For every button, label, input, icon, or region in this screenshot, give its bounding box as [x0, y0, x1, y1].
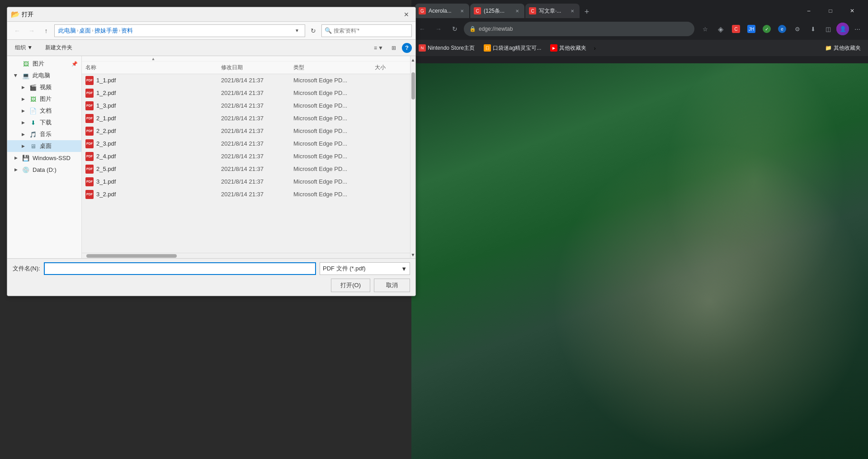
file-row-6[interactable]: PDF2_4.pdf2021/8/14 21:37Microsoft Edge …: [82, 150, 410, 163]
file-type-9: Microsoft Edge PD...: [290, 191, 371, 198]
refresh-nav-btn[interactable]: ↻: [448, 22, 462, 36]
col-date-header[interactable]: 修改日期: [217, 64, 290, 71]
dialog-forward-btn[interactable]: →: [25, 24, 38, 37]
tab2-label: (125条...: [484, 7, 511, 15]
tab1-close-btn[interactable]: ✕: [458, 7, 466, 14]
tab2-close-btn[interactable]: ✕: [514, 7, 521, 14]
pdf-icon-5: PDF: [85, 139, 94, 148]
file-row-1[interactable]: PDF1_2.pdf2021/8/14 21:37Microsoft Edge …: [82, 87, 410, 99]
forward-btn[interactable]: →: [431, 22, 446, 36]
extension4-btn[interactable]: e: [775, 22, 789, 36]
col-size-header[interactable]: 大小: [371, 64, 405, 71]
sidebar-item-this-pc[interactable]: ▶ 💻 此电脑: [7, 70, 81, 81]
file-row-8[interactable]: PDF3_1.pdf2021/8/14 21:37Microsoft Edge …: [82, 175, 410, 188]
breadcrumb-folder2[interactable]: 资料: [121, 27, 133, 35]
settings-btn[interactable]: ⚙: [790, 22, 805, 36]
sidebar-item-downloads[interactable]: ▶ ⬇ 下载: [7, 117, 81, 128]
bookmarks-overflow-btn[interactable]: ›: [594, 45, 595, 52]
close-btn[interactable]: ✕: [842, 4, 863, 18]
address-bar-row: ← → ↻ 🔒 edge://newtab ☆ ◈ C JH ✓: [411, 18, 868, 40]
scrollbar-up-btn[interactable]: ▲: [411, 56, 415, 63]
tab3-close-btn[interactable]: ✕: [569, 7, 576, 14]
browser-tab-3[interactable]: C 写文章·... ✕: [525, 4, 580, 18]
filetype-dropdown[interactable]: PDF 文件 (*.pdf) ▼: [320, 262, 410, 275]
sidebar-expand-pc: ▶: [13, 72, 19, 79]
address-bar[interactable]: 🔒 edge://newtab: [464, 22, 694, 36]
dialog-breadcrumb[interactable]: 此电脑 › 桌面 › 撩妹手册 › 资料 ▼: [54, 24, 305, 37]
vertical-scrollbar[interactable]: ▲ ▼: [410, 56, 415, 258]
dialog-help-btn[interactable]: ?: [402, 43, 412, 53]
sidebar-item-pictures-sub[interactable]: ▶ 🖼 图片: [7, 93, 81, 105]
sidebar-item-documents[interactable]: ▶ 📄 文档: [7, 105, 81, 117]
file-list-scroll[interactable]: PDF1_1.pdf2021/8/14 21:37Microsoft Edge …: [82, 74, 410, 253]
dialog-window-icon: 📂: [11, 10, 20, 19]
file-row-2[interactable]: PDF1_3.pdf2021/8/14 21:37Microsoft Edge …: [82, 99, 410, 112]
new-folder-btn[interactable]: 新建文件夹: [40, 42, 77, 54]
sidebar-pictures-label: 图片: [33, 60, 44, 68]
sidebar-item-pictures-quick[interactable]: 🖼 图片 📌: [7, 58, 81, 70]
col-name-header[interactable]: 名称: [82, 64, 217, 71]
profile-avatar[interactable]: 👤: [836, 23, 849, 35]
tab2-favicon: C: [474, 7, 481, 14]
sidebar-item-videos[interactable]: ▶ 🎬 视频: [7, 81, 81, 93]
dialog-up-btn[interactable]: ↑: [40, 24, 52, 37]
view-list-btn[interactable]: ≡ ▼: [372, 43, 386, 52]
sidebar-item-music[interactable]: ▶ 🎵 音乐: [7, 128, 81, 140]
breadcrumb-desktop[interactable]: 桌面: [79, 27, 91, 35]
dialog-title: 打开: [22, 10, 33, 19]
sidebar-item-data-d[interactable]: ▶ 💿 Data (D:): [7, 164, 81, 175]
extension1-btn[interactable]: C: [729, 22, 743, 36]
extension2-btn[interactable]: JH: [744, 22, 759, 36]
file-row-5[interactable]: PDF2_3.pdf2021/8/14 21:37Microsoft Edge …: [82, 137, 410, 150]
breadcrumb-dropdown-icon[interactable]: ▼: [293, 28, 301, 33]
minimize-btn[interactable]: –: [798, 4, 819, 18]
browser-tab-2[interactable]: C (125条... ✕: [470, 4, 524, 18]
col-type-header[interactable]: 类型: [290, 64, 371, 71]
file-row-4[interactable]: PDF2_2.pdf2021/8/14 21:37Microsoft Edge …: [82, 125, 410, 137]
horizontal-scrollbar[interactable]: [82, 253, 410, 258]
breadcrumb-computer[interactable]: 此电脑: [58, 27, 76, 35]
browser-chrome: G Acerola... ✕ C (125条... ✕ C 写文章·... ✕ …: [411, 0, 868, 63]
open-button[interactable]: 打开(O): [331, 279, 370, 292]
view-tiles-btn[interactable]: ⊞: [389, 43, 398, 52]
browser-tab-1[interactable]: G Acerola... ✕: [415, 4, 469, 18]
maximize-btn[interactable]: □: [820, 4, 841, 18]
breadcrumb-folder1[interactable]: 撩妹手册: [94, 27, 118, 35]
collections-btn[interactable]: ◈: [713, 22, 728, 36]
bookmark-youtube[interactable]: ▶ 其他收藏夹: [547, 43, 590, 54]
dialog-close-button[interactable]: ✕: [401, 9, 412, 20]
bookmark-nintendo[interactable]: N Nintendo Store主页: [415, 43, 478, 54]
more-btn[interactable]: ⋯: [850, 22, 864, 36]
organize-btn[interactable]: 组织 ▼: [11, 42, 37, 54]
scrollbar-down-btn[interactable]: ▼: [411, 251, 415, 258]
dialog-search-input[interactable]: [334, 28, 409, 34]
new-tab-button[interactable]: +: [580, 5, 593, 18]
pdf-icon-0: PDF: [85, 76, 94, 85]
file-row-3[interactable]: PDF2_1.pdf2021/8/14 21:37Microsoft Edge …: [82, 112, 410, 125]
bookmark-folder[interactable]: 📁 其他收藏夹: [821, 43, 864, 54]
back-btn[interactable]: ←: [415, 22, 429, 36]
new-folder-label: 新建文件夹: [45, 44, 72, 52]
dialog-nav-toolbar: ← → ↑ 此电脑 › 桌面 › 撩妹手册 › 资料 ▼ ↻ 🔍: [7, 22, 415, 40]
file-date-9: 2021/8/14 21:37: [217, 191, 290, 198]
browser-toolbar-icons: ☆ ◈ C JH ✓ e ⚙ ⬇ ◫ 👤: [698, 22, 864, 36]
bookmark-pocket[interactable]: 口 口袋迷ag精灵宝可...: [480, 43, 545, 54]
file-date-3: 2021/8/14 21:37: [217, 115, 290, 122]
file-name-0: PDF1_1.pdf: [82, 76, 217, 85]
horizontal-scrollbar-thumb: [86, 254, 177, 258]
sidebar-item-desktop[interactable]: ▶ 🖥 桌面: [7, 140, 81, 152]
dialog-back-btn[interactable]: ←: [11, 24, 24, 37]
file-row-9[interactable]: PDF3_2.pdf2021/8/14 21:37Microsoft Edge …: [82, 188, 410, 201]
sidebar-btn[interactable]: ◫: [821, 22, 835, 36]
file-row-7[interactable]: PDF2_5.pdf2021/8/14 21:37Microsoft Edge …: [82, 163, 410, 175]
file-date-2: 2021/8/14 21:37: [217, 102, 290, 109]
download-btn[interactable]: ⬇: [806, 22, 820, 36]
dialog-refresh-btn[interactable]: ↻: [307, 24, 320, 37]
filename-input[interactable]: [44, 262, 316, 275]
favorites-btn[interactable]: ☆: [698, 22, 712, 36]
cancel-button[interactable]: 取消: [374, 279, 410, 292]
sidebar-item-windows-ssd[interactable]: ▶ 💾 Windows-SSD: [7, 152, 81, 164]
file-row-0[interactable]: PDF1_1.pdf2021/8/14 21:37Microsoft Edge …: [82, 74, 410, 87]
file-name-text-1: 1_2.pdf: [96, 90, 116, 96]
extension3-btn[interactable]: ✓: [760, 22, 774, 36]
